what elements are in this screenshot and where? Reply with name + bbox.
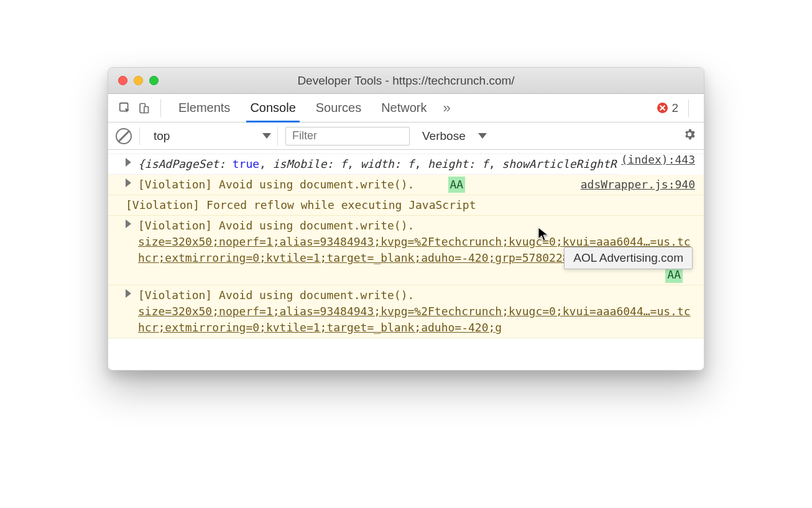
devtools-window: Developer Tools - https://techcrunch.com…: [108, 67, 704, 371]
log-row-violation: [Violation] Avoid using document.write()…: [108, 285, 704, 338]
error-count-badge[interactable]: 2: [657, 101, 681, 115]
obj-value: f: [482, 157, 489, 170]
obj-key: isMobile:: [273, 157, 334, 170]
device-toolbar-icon[interactable]: [134, 99, 153, 118]
log-row-violation: adsWrapper.js:940 [Violation] Avoid usin…: [108, 175, 704, 195]
obj-key: width:: [361, 157, 401, 170]
chevron-down-icon: [262, 133, 271, 139]
sep: ,: [259, 157, 273, 170]
context-value: top: [154, 129, 170, 143]
sep: ,: [347, 157, 361, 170]
tab-console[interactable]: Console: [240, 94, 305, 122]
log-row: (index):443: [108, 150, 704, 154]
level-value: Verbose: [422, 129, 466, 143]
log-level-selector[interactable]: Verbose: [417, 129, 492, 143]
obj-value: f: [340, 157, 347, 170]
log-text: [Violation] Avoid using document.write()…: [138, 178, 414, 191]
obj-value: true: [233, 157, 259, 170]
sep: ,: [489, 157, 502, 170]
separator: [160, 99, 161, 117]
separator: [139, 127, 140, 145]
expand-icon[interactable]: [126, 158, 131, 167]
tab-label: Network: [381, 101, 427, 115]
source-link[interactable]: (index):443: [621, 152, 695, 168]
expand-icon[interactable]: [126, 178, 131, 187]
obj-key: showArticleRightR: [502, 157, 616, 170]
log-url[interactable]: size=320x50;noperf=1;alias=93484943;kvpg…: [138, 303, 695, 336]
more-label: »: [443, 100, 451, 116]
console-settings-button[interactable]: [683, 127, 696, 144]
log-row-violation: [Violation] Forced reflow while executin…: [108, 195, 704, 216]
tab-label: Console: [250, 101, 295, 115]
error-icon: [657, 103, 668, 113]
console-toolbar: top Verbose: [108, 122, 704, 150]
tab-elements[interactable]: Elements: [168, 94, 240, 122]
expand-icon[interactable]: [126, 219, 131, 228]
context-selector[interactable]: top: [147, 127, 278, 145]
source-link[interactable]: adsWrapper.js:940: [581, 177, 695, 193]
sep: ,: [414, 157, 428, 170]
inspect-element-icon[interactable]: [116, 99, 134, 118]
clear-console-button[interactable]: [116, 128, 132, 144]
obj-value: f: [408, 157, 415, 170]
obj-key: isAdPageSet:: [145, 157, 226, 170]
expand-icon[interactable]: [126, 289, 131, 298]
separator: [688, 99, 689, 117]
log-text: [Violation] Avoid using document.write()…: [138, 218, 695, 234]
tabbar: Elements Console Sources Network » 2: [108, 94, 704, 122]
window-title: Developer Tools - https://techcrunch.com…: [108, 74, 704, 88]
brace: {: [138, 157, 145, 170]
error-count: 2: [671, 101, 678, 115]
log-text: [Violation] Avoid using document.write()…: [138, 287, 695, 303]
third-party-badge[interactable]: AA: [448, 177, 466, 193]
chevron-down-icon: [478, 133, 487, 139]
tab-network[interactable]: Network: [371, 94, 436, 122]
obj-key: height:: [428, 157, 475, 170]
more-tabs-button[interactable]: »: [437, 100, 457, 116]
tab-label: Elements: [178, 101, 230, 115]
log-row-object: {isAdPageSet: true, isMobile: f, width: …: [108, 154, 621, 175]
filter-input[interactable]: [285, 127, 410, 145]
svg-rect-2: [144, 106, 149, 113]
tab-label: Sources: [316, 101, 361, 115]
window-titlebar: Developer Tools - https://techcrunch.com…: [108, 68, 704, 94]
badge-tooltip: AOL Advertising.com: [564, 247, 693, 269]
tab-sources[interactable]: Sources: [306, 94, 371, 122]
log-text: [Violation] Forced reflow while executin…: [126, 198, 476, 211]
